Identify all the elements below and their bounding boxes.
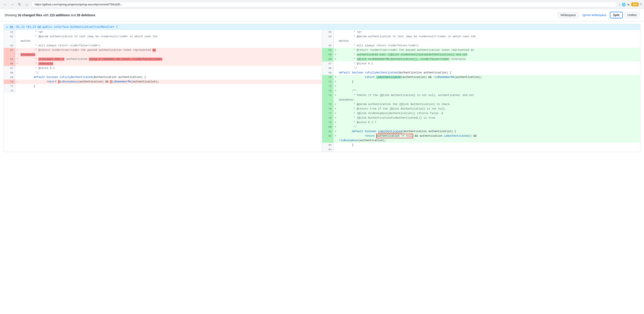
changed-files-count: 16 changed files bbox=[18, 13, 42, 17]
code-cell: } bbox=[338, 79, 640, 84]
url-bar[interactable]: https://github.com/spring-projects/sprin… bbox=[31, 1, 617, 7]
code-cell: * {@link #isAnonymous(Authentication)} r… bbox=[338, 111, 640, 116]
code-cell: } bbox=[338, 143, 640, 147]
table-row: 65 + * authenticated user ({@link #isAut… bbox=[322, 52, 640, 57]
additions-count: 123 additions bbox=[50, 13, 70, 17]
hunk-header-text: @@ -61,13 +61,25 @@ public interface Aut… bbox=[10, 25, 118, 28]
table-row: 74 + * Checks if the {@link Authenticati… bbox=[322, 93, 640, 98]
home-button[interactable]: ⌂ bbox=[24, 2, 30, 7]
whitespace-button[interactable]: Whitespace bbox=[558, 12, 579, 18]
table-row: 72 + bbox=[322, 84, 640, 88]
code-cell: return authentication != null && authent… bbox=[338, 134, 640, 138]
line-number: 61 bbox=[322, 30, 334, 34]
extensions-icon[interactable]: 200 bbox=[631, 2, 638, 6]
line-number: 81 bbox=[322, 129, 334, 134]
split-view-button[interactable]: Split bbox=[610, 12, 622, 18]
ignore-whitespace-button[interactable]: Ignore whitespace bbox=[581, 12, 608, 18]
line-number: 64 bbox=[4, 48, 15, 52]
line-number: 71 bbox=[322, 79, 334, 84]
table-row: method bbox=[322, 39, 640, 43]
table-row: 72 bbox=[4, 88, 322, 93]
table-row: 70 + return isAuthenticated(authenticati… bbox=[322, 75, 640, 79]
line-number: 69 bbox=[4, 75, 15, 79]
diff-sign: + bbox=[334, 52, 338, 57]
diff-sign bbox=[334, 43, 338, 48]
code-cell bbox=[338, 84, 640, 88]
code-cell: */ bbox=[338, 66, 640, 70]
forward-button[interactable]: → bbox=[10, 2, 15, 7]
table-row: 69 default boolean isFullyAuthenticated(… bbox=[322, 70, 640, 75]
page-content: Showing 16 changed files with 123 additi… bbox=[0, 9, 644, 155]
code-cell: */ bbox=[338, 125, 640, 129]
back-button[interactable]: ← bbox=[2, 2, 8, 7]
line-number: 70 bbox=[322, 75, 334, 79]
line-number: 71 bbox=[4, 84, 15, 88]
code-cell: anonymous bbox=[19, 52, 322, 57]
diff-sign: + bbox=[334, 134, 338, 138]
line-number: 67 bbox=[4, 66, 15, 70]
line-number: 72 bbox=[322, 84, 334, 88]
deletions-count: 26 deletions bbox=[77, 13, 95, 17]
diff-sign: + bbox=[334, 129, 338, 134]
code-cell: * @param authentication the {@link Authe… bbox=[338, 102, 640, 107]
table-row: anonymous. bbox=[322, 98, 640, 102]
diff-sign bbox=[15, 70, 19, 75]
code-cell: method bbox=[338, 39, 640, 43]
code-cell: * authenticated user ({@link #isAuthenti… bbox=[338, 52, 640, 57]
line-number: 73 bbox=[322, 88, 334, 93]
code-cell: * @param authentication to test (may be … bbox=[19, 34, 322, 39]
code-cell: * Checks if the {@link Authentication} i… bbox=[338, 93, 640, 98]
diff-file: ↕ @@ -61,13 +61,25 @@ public interface A… bbox=[4, 24, 640, 152]
line-number: 77 bbox=[322, 111, 334, 116]
expand-icon[interactable]: ↕ bbox=[6, 25, 8, 29]
diff-sign bbox=[334, 143, 338, 147]
diff-sign: + bbox=[334, 125, 338, 129]
code-cell: method bbox=[19, 39, 322, 43]
line-number: 70 bbox=[4, 79, 15, 84]
diff-sign: + bbox=[334, 107, 338, 111]
bookmark-icon[interactable]: ★ bbox=[627, 3, 630, 6]
table-row: !isAnonymous(authentication); bbox=[322, 138, 640, 143]
diff-sign bbox=[15, 43, 19, 48]
unified-view-button[interactable]: Unified bbox=[624, 12, 640, 18]
diff-sign: − bbox=[15, 48, 19, 52]
table-row: 76 + * @return true if the {@link Authen… bbox=[322, 107, 640, 111]
line-number: 64 bbox=[322, 48, 334, 52]
diff-sign bbox=[15, 52, 19, 57]
table-row: 71 } bbox=[4, 84, 322, 88]
table-row: 81 + default boolean isAuthenticated(Aut… bbox=[322, 129, 640, 134]
red-box-highlight: authentication != null bbox=[376, 134, 413, 138]
table-row: 63 * will always return <code>false</cod… bbox=[322, 43, 640, 48]
diff-sign bbox=[15, 75, 19, 79]
table-row: 68 */ bbox=[4, 70, 322, 75]
table-row: 73 + /** bbox=[322, 88, 640, 93]
diff-sign bbox=[334, 61, 338, 66]
diff-sign: + bbox=[334, 57, 338, 61]
code-cell: * {@link #isRememberMe(Authentication)},… bbox=[338, 57, 640, 61]
table-row: 77 + * {@link #isAnonymous(Authenticatio… bbox=[322, 111, 640, 116]
line-number bbox=[322, 39, 334, 43]
help-icon[interactable]: ? bbox=[640, 2, 642, 6]
left-diff-table: 61 * <p> 62 * @param authentication to t… bbox=[4, 30, 322, 93]
download-icon[interactable]: ↓ bbox=[619, 3, 620, 6]
diff-sign bbox=[15, 88, 19, 93]
browser-chrome: ← → ↻ ⌂ https://github.com/spring-projec… bbox=[0, 0, 644, 9]
diff-sign bbox=[334, 98, 338, 102]
table-row: 69 default boolean isFullyAuthenticated(… bbox=[4, 75, 322, 79]
table-row: 80 + */ bbox=[322, 125, 640, 129]
table-row: 64 + * @return <code>true</code> the pas… bbox=[322, 48, 640, 52]
line-number: 63 bbox=[4, 43, 15, 48]
diff-sign: + bbox=[334, 102, 338, 107]
line-number: 66 bbox=[4, 61, 15, 66]
table-row: 67 * @since 6.1 bbox=[322, 61, 640, 66]
code-cell: * <p> bbox=[19, 30, 322, 34]
reload-button[interactable]: ↻ bbox=[17, 2, 22, 7]
line-number: 63 bbox=[322, 43, 334, 48]
table-row: 62 * @param authentication to test (may … bbox=[4, 34, 322, 39]
line-number: 68 bbox=[322, 66, 334, 70]
table-row: 82 + return authentication != null && au… bbox=[322, 134, 640, 138]
code-cell bbox=[338, 147, 640, 152]
table-row: 78 + * {@link Authentication#isAuthentic… bbox=[322, 116, 640, 120]
table-row: 84 bbox=[322, 147, 640, 152]
translate-icon[interactable]: 🌐 bbox=[622, 3, 626, 6]
